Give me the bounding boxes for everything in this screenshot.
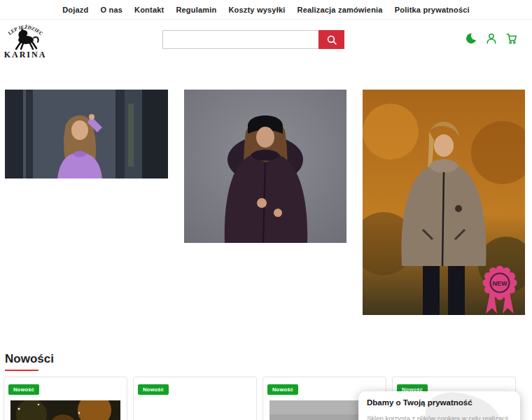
section-title-underline — [5, 370, 38, 371]
nav-item-politka-prywatnosci[interactable]: Politka prywatności — [395, 6, 470, 14]
nav-item-o-nas[interactable]: O nas — [100, 6, 122, 14]
hero-banner-lilac-hoodie[interactable] — [5, 90, 168, 178]
top-navigation: Dojazd O nas Kontakt Regulamin Koszty wy… — [0, 0, 532, 20]
nav-item-koszty-wysylki[interactable]: Koszty wysyłki — [228, 6, 285, 14]
hero-image-3: NEW — [363, 90, 525, 315]
hero-image-1 — [5, 90, 168, 178]
new-product-badge: Nowość — [267, 384, 298, 395]
search-button[interactable] — [318, 30, 344, 49]
hero-image-2 — [184, 90, 346, 243]
shop-logo[interactable]: SKLEP JEŹDZIECKI KARINA — [3, 20, 48, 60]
nav-item-dojazd[interactable]: Dojazd — [62, 6, 88, 14]
nav-item-realizacja-zamowienia[interactable]: Realizacja zamówienia — [297, 6, 382, 14]
product-card[interactable]: Nowość — [4, 377, 127, 420]
hero-banner-puffer-jacket[interactable] — [184, 90, 346, 243]
hero-banner-teddy-fleece[interactable]: NEW — [363, 90, 525, 315]
section-title-nowosci: Nowości — [5, 352, 54, 366]
svg-text:NEW: NEW — [493, 280, 508, 287]
nav-item-regulamin[interactable]: Regulamin — [176, 6, 216, 14]
user-icon[interactable] — [485, 32, 498, 45]
cookie-title: Dbamy o Twoją prywatność — [367, 398, 512, 407]
search-input[interactable] — [162, 30, 318, 49]
moon-icon[interactable] — [465, 32, 477, 45]
search-bar — [162, 30, 344, 49]
new-product-badge: Nowość — [138, 384, 169, 395]
new-product-badge: Nowość — [8, 384, 39, 395]
search-icon — [326, 34, 337, 46]
product-image — [10, 400, 120, 420]
product-card[interactable]: Nowość — [133, 377, 257, 420]
nav-item-kontakt[interactable]: Kontakt — [134, 6, 164, 14]
horse-logo-icon: SKLEP JEŹDZIECKI — [4, 20, 47, 50]
brand-name: KARINA — [3, 50, 48, 60]
page: Dojazd O nas Kontakt Regulamin Koszty wy… — [0, 0, 532, 420]
header-actions — [465, 32, 518, 45]
cookie-body: Sklep korzysta z plików cookies w celu r… — [367, 414, 512, 420]
cookie-notice: Dbamy o Twoją prywatność Sklep korzysta … — [358, 391, 520, 420]
cart-icon[interactable] — [505, 32, 518, 45]
